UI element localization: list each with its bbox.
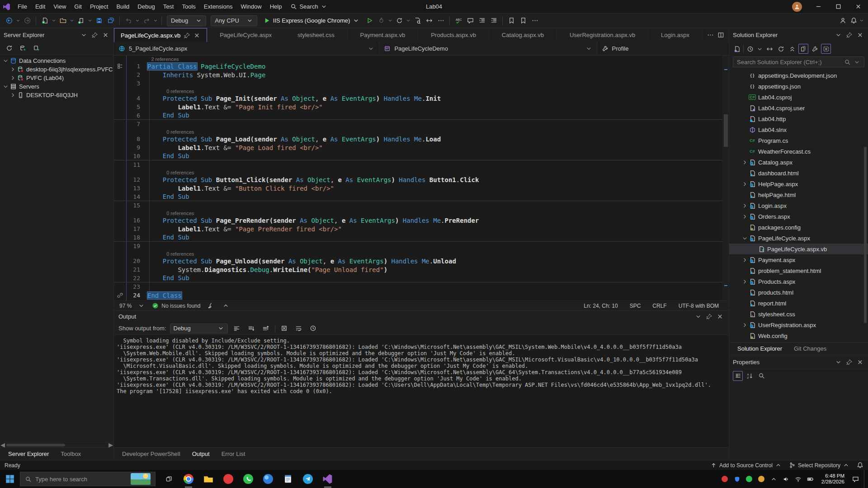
code-line-21[interactable]: 21 System.Diagnostics.Debug.WriteLine("P… [114, 265, 729, 274]
expand-arrow-icon[interactable] [741, 322, 748, 328]
pending-changes-filter-icon[interactable] [745, 44, 755, 54]
preview-selected-items-icon[interactable] [821, 44, 831, 54]
telegram-icon[interactable] [302, 473, 314, 485]
solution-item-orders-aspx[interactable]: Orders.aspx [729, 211, 868, 222]
chevron-down-icon[interactable] [834, 357, 843, 366]
document-tab-products-aspx-vb[interactable]: Products.aspx.vb [418, 28, 489, 42]
tray-app-red-icon[interactable] [721, 475, 729, 483]
server-node-data-connections[interactable]: Data Connections [0, 56, 113, 65]
expand-arrow-icon[interactable] [9, 92, 16, 99]
server-node-desktop-6iiq3jh[interactable]: DESKTOP-6IIQ3JH [0, 91, 113, 99]
show-all-files-icon[interactable] [798, 44, 808, 54]
new-project-icon[interactable] [39, 15, 50, 26]
solution-item-appsettings-development-json[interactable]: { }appsettings.Development.json [729, 70, 868, 81]
start-without-debugging-icon[interactable] [364, 15, 375, 26]
chevron-down-icon[interactable] [153, 15, 158, 26]
connect-server-icon[interactable] [31, 43, 42, 54]
solution-configurations-dropdown[interactable]: Debug [167, 15, 206, 26]
code-editor[interactable]: 2 references1Partial Class PageLifeCycle… [114, 56, 729, 300]
solution-item-weatherforecast-cs[interactable]: C#WeatherForecast.cs [729, 146, 868, 157]
output-source-dropdown[interactable]: Debug [170, 324, 228, 333]
increase-indent-icon[interactable] [488, 15, 499, 26]
code-line-9[interactable]: 9 Label1.Text &= "Page Load fired <br/>" [114, 143, 729, 152]
menu-git[interactable]: Git [70, 0, 86, 14]
account-avatar[interactable] [792, 2, 802, 12]
collapse-arrow-icon[interactable] [2, 83, 9, 90]
code-line-15[interactable]: 15 [114, 201, 729, 210]
notifications-icon[interactable] [848, 15, 859, 26]
close-icon[interactable] [193, 32, 200, 39]
menu-debug[interactable]: Debug [133, 0, 159, 14]
encoding-mode[interactable]: UTF-8 with BOM [679, 303, 719, 309]
menu-test[interactable]: Test [159, 0, 178, 14]
menu-tools[interactable]: Tools [178, 0, 199, 14]
server-node-pvfc-lab04-[interactable]: PVFC (Lab04) [0, 74, 113, 82]
redo-icon[interactable] [141, 15, 152, 26]
pin-icon[interactable] [184, 32, 190, 39]
tray-whatsapp-icon[interactable] [745, 475, 753, 483]
toggle-comment-icon[interactable] [465, 15, 476, 26]
chevron-down-icon[interactable] [87, 15, 93, 26]
tab-overflow-icon[interactable] [707, 32, 714, 38]
properties-wrench-icon[interactable] [810, 44, 820, 54]
solution-item-problem-statement-html[interactable]: problem_statement.html [729, 265, 868, 276]
server-node-desktop-6iiq3jh-sqlexpress-pvfc[interactable]: desktop-6iiq3jh\sqlexpress.PVFC [0, 65, 113, 74]
word-wrap-icon[interactable] [293, 323, 304, 334]
sync-namespaces-icon[interactable] [424, 15, 434, 26]
document-tab-userregistration-aspx-vb[interactable]: UserRegistration.aspx.vb [557, 28, 648, 42]
solution-item-products-html[interactable]: products.html [729, 287, 868, 298]
notepad-icon[interactable] [282, 473, 294, 485]
collapse-all-icon[interactable] [787, 44, 797, 54]
code-line-8[interactable]: 8 Protected Sub Page_Load(sender As Obje… [114, 135, 729, 143]
tab-toolbox[interactable]: Toolbox [55, 448, 86, 460]
chevron-down-icon[interactable] [135, 15, 140, 26]
code-line-24[interactable]: 24End Class [114, 291, 729, 300]
code-line-1[interactable]: 1Partial Class PageLifeCycleDemo [114, 62, 729, 70]
member-scope-dropdown[interactable]: Profile [597, 42, 729, 55]
decrease-indent-icon[interactable] [476, 15, 487, 26]
pin-icon[interactable] [704, 312, 713, 321]
solution-item-lab04-slnx[interactable]: Lab04.slnx [729, 124, 868, 135]
close-icon[interactable] [855, 31, 864, 40]
undo-icon[interactable] [123, 15, 134, 26]
chevron-down-icon[interactable] [693, 312, 703, 321]
properties-pages-icon[interactable] [756, 371, 766, 381]
menu-view[interactable]: View [49, 0, 70, 14]
close-icon[interactable] [715, 312, 724, 321]
menu-extensions[interactable]: Extensions [200, 0, 237, 14]
code-line-17[interactable]: 17 Label1.Text &= "Page PreRender fired … [114, 225, 729, 233]
code-line-16[interactable]: 16 Protected Sub Page_PreRender(sender A… [114, 216, 729, 225]
indentation-mode[interactable]: SPC [630, 303, 641, 309]
file-scope-dropdown[interactable]: 5_PageLifeCycle.aspx [114, 42, 379, 55]
solution-item-catalog-aspx[interactable]: Catalog.aspx [729, 157, 868, 168]
solution-item-stylesheet-css[interactable]: astylesheet.css [729, 309, 868, 319]
code-line-11[interactable]: 11 [114, 160, 729, 169]
app-red-icon[interactable] [222, 473, 234, 485]
server-node-servers[interactable]: Servers [0, 82, 113, 91]
code-line-7[interactable]: 7 [114, 120, 729, 128]
visual-studio-icon[interactable] [322, 473, 334, 485]
refresh-icon[interactable] [4, 43, 14, 54]
whatsapp-icon[interactable] [242, 473, 254, 485]
menu-project[interactable]: Project [86, 0, 112, 14]
toolbar-overflow-icon[interactable] [529, 15, 540, 26]
maximize-button[interactable] [828, 0, 848, 14]
solution-item-report-html[interactable]: report.html [729, 298, 868, 309]
app-blue-icon[interactable] [262, 473, 274, 485]
hidden-icons-chevron[interactable] [770, 475, 778, 483]
select-repository-button[interactable]: Select Repository [789, 462, 849, 469]
task-view-button[interactable] [163, 473, 175, 485]
alphabetical-sort-icon[interactable]: AZ [745, 371, 755, 381]
expand-arrow-icon[interactable] [741, 257, 748, 263]
solution-item-dashboard-html[interactable]: dashboard.html [729, 168, 868, 178]
scrollbar-thumb[interactable] [6, 444, 65, 446]
solution-item-pagelifecycle-aspx-vb[interactable]: PageLifeCycle.aspx.vb [729, 244, 868, 254]
toggle-bookmark-icon[interactable] [506, 15, 517, 26]
menu-window[interactable]: Window [236, 0, 265, 14]
expand-arrow-icon[interactable] [741, 159, 748, 166]
navigate-back-icon[interactable] [4, 15, 14, 26]
navigate-forward-icon[interactable] [22, 15, 33, 26]
solution-item-payment-aspx[interactable]: Payment.aspx [729, 254, 868, 265]
code-cleanup-icon[interactable] [205, 300, 216, 311]
volume-icon[interactable] [782, 475, 790, 483]
